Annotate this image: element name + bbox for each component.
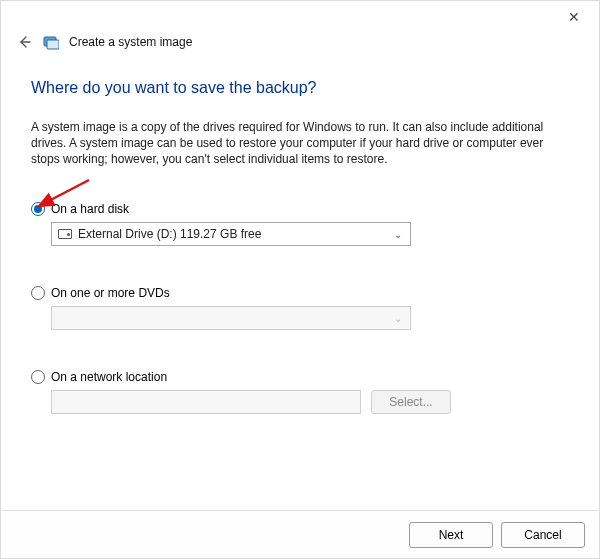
- network-row: Select...: [51, 390, 569, 414]
- svg-rect-2: [47, 40, 59, 49]
- question-heading: Where do you want to save the backup?: [31, 79, 569, 97]
- drive-select-value: External Drive (D:) 119.27 GB free: [78, 227, 261, 241]
- option-hard-disk: On a hard disk External Drive (D:) 119.2…: [31, 202, 569, 246]
- chevron-down-icon: ⌄: [394, 228, 402, 239]
- content-area: Where do you want to save the backup? A …: [31, 79, 569, 500]
- radio-label: On one or more DVDs: [51, 286, 170, 300]
- radio-dvds[interactable]: On one or more DVDs: [31, 286, 569, 300]
- radio-icon: [31, 370, 45, 384]
- next-button[interactable]: Next: [409, 522, 493, 548]
- radio-icon: [31, 286, 45, 300]
- network-select-button: Select...: [371, 390, 451, 414]
- chevron-down-icon: ⌄: [394, 312, 402, 323]
- header: Create a system image: [15, 33, 585, 51]
- dialog-footer: Next Cancel: [1, 510, 599, 558]
- network-path-input: [51, 390, 361, 414]
- option-dvds: On one or more DVDs ⌄: [31, 286, 569, 330]
- radio-label: On a hard disk: [51, 202, 129, 216]
- dialog-title: Create a system image: [69, 35, 192, 49]
- radio-hard-disk[interactable]: On a hard disk: [31, 202, 569, 216]
- dialog-window: ✕ Create a system image Where do you wan…: [0, 0, 600, 559]
- drive-select[interactable]: External Drive (D:) 119.27 GB free ⌄: [51, 222, 411, 246]
- close-icon[interactable]: ✕: [559, 7, 589, 27]
- titlebar: ✕: [1, 1, 599, 31]
- radio-network[interactable]: On a network location: [31, 370, 569, 384]
- cancel-button[interactable]: Cancel: [501, 522, 585, 548]
- back-arrow-icon[interactable]: [15, 33, 33, 51]
- hard-drive-icon: [58, 229, 72, 239]
- system-image-icon: [43, 34, 59, 50]
- radio-icon: [31, 202, 45, 216]
- option-network: On a network location Select...: [31, 370, 569, 414]
- dvd-drive-select: ⌄: [51, 306, 411, 330]
- description-text: A system image is a copy of the drives r…: [31, 119, 551, 168]
- radio-label: On a network location: [51, 370, 167, 384]
